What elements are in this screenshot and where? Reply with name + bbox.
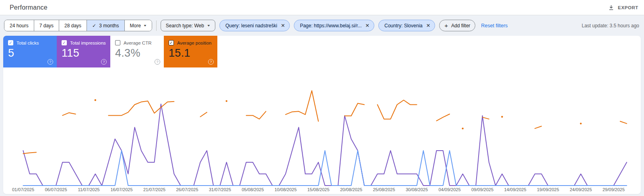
x-axis-tick-label: 31/07/2025 (209, 187, 231, 192)
x-axis-tick-label: 09/09/2025 (471, 187, 493, 192)
position-line (345, 103, 364, 116)
metric-label: Total clicks (17, 41, 39, 45)
metric-card-total-impressions[interactable]: ✓ Total impressions 115 ? (57, 36, 110, 67)
checkbox-unchecked-icon[interactable] (115, 40, 120, 45)
x-axis-tick-label: 15/08/2025 (307, 187, 329, 192)
x-axis-tick-label: 10/08/2025 (275, 187, 297, 192)
x-axis-tick-label: 14/09/2025 (504, 187, 526, 192)
position-line (436, 114, 450, 121)
range-24-hours-button[interactable]: 24 hours (4, 20, 34, 31)
x-axis-tick-label: 04/09/2025 (438, 187, 460, 192)
x-axis-tick-label: 11/07/2025 (78, 187, 99, 192)
range-label: 24 hours (10, 23, 29, 29)
position-line (378, 100, 417, 119)
metric-cards-row: ✓ Total clicks 5 ? ✓ Total impressions 1… (3, 36, 641, 67)
download-icon (608, 4, 614, 10)
filter-chip-country[interactable]: Country: Slovenia ✕ (378, 20, 435, 31)
page-title: Performance (10, 4, 47, 11)
more-label: More (130, 23, 141, 29)
x-axis-tick-label: 30/08/2025 (406, 187, 428, 192)
top-bar: Performance EXPORT (0, 0, 644, 15)
range-7-days-button[interactable]: 7 days (34, 20, 59, 31)
position-line (23, 152, 37, 153)
range-3-months-button[interactable]: ✓ 3 months (87, 20, 124, 31)
position-point (462, 128, 463, 129)
range-more-button[interactable]: More ▼ (124, 20, 152, 31)
close-icon[interactable]: ✕ (426, 22, 430, 29)
range-label: 28 days (64, 23, 81, 29)
help-icon[interactable]: ? (101, 59, 107, 65)
position-point (580, 122, 582, 124)
x-axis-tick-label: 24/09/2025 (570, 187, 592, 192)
x-axis-tick-label: 01/07/2025 (12, 187, 34, 192)
clicks-line (23, 151, 627, 186)
help-icon[interactable]: ? (208, 59, 214, 65)
position-line (620, 121, 627, 124)
date-range-control: 24 hours 7 days 28 days ✓ 3 months More … (4, 20, 152, 31)
help-icon[interactable]: ? (155, 59, 160, 65)
check-icon: ✓ (92, 23, 96, 29)
export-label: EXPORT (618, 5, 638, 10)
x-axis-tick-label: 19/09/2025 (537, 187, 559, 192)
checkbox-checked-icon[interactable]: ✓ (169, 40, 174, 45)
x-axis-tick-label: 21/07/2025 (143, 187, 165, 192)
metric-value: 115 (62, 47, 105, 59)
x-axis-tick-label: 20/08/2025 (340, 187, 362, 192)
x-axis-tick-label: 16/07/2025 (110, 187, 132, 192)
chevron-down-icon: ▼ (143, 24, 147, 27)
chevron-down-icon: ▼ (207, 24, 211, 27)
export-button[interactable]: EXPORT (608, 4, 638, 10)
add-filter-button[interactable]: + Add filter (439, 20, 475, 31)
position-point (226, 100, 227, 102)
metric-label: Average CTR (124, 41, 151, 45)
range-label: 3 months (99, 23, 119, 29)
last-update-text: Last update: 3.5 hours ago (582, 23, 640, 29)
x-axis-tick-label: 29/09/2025 (603, 187, 625, 192)
performance-panel: ✓ Total clicks 5 ? ✓ Total impressions 1… (3, 36, 641, 194)
close-icon[interactable]: ✕ (281, 22, 285, 29)
position-point (501, 116, 503, 118)
position-line (286, 91, 319, 121)
search-type-label: Search type: Web (166, 23, 204, 29)
checkbox-checked-icon[interactable]: ✓ (8, 40, 13, 45)
add-filter-label: Add filter (451, 23, 470, 29)
chart-canvas: 01/07/202506/07/202511/07/202516/07/2025… (3, 72, 641, 194)
help-icon[interactable]: ? (47, 59, 53, 65)
range-28-days-button[interactable]: 28 days (59, 20, 87, 31)
position-point (95, 99, 96, 101)
chip-label: Country: Slovenia (384, 23, 423, 29)
metric-value: 5 (8, 47, 52, 59)
checkbox-checked-icon[interactable]: ✓ (62, 40, 67, 45)
search-type-dropdown[interactable]: Search type: Web ▼ (161, 20, 215, 31)
metric-label: Total impressions (70, 41, 106, 45)
metric-value: 15.1 (169, 47, 213, 59)
metric-card-average-ctr[interactable]: Average CTR 4.3% ? (110, 36, 164, 67)
position-line (62, 113, 76, 116)
x-axis-tick-label: 26/07/2025 (176, 187, 198, 192)
x-axis-tick-label: 25/08/2025 (373, 187, 395, 192)
x-axis-tick-label: 05/08/2025 (242, 187, 264, 192)
vertical-divider (156, 20, 157, 31)
metric-card-total-clicks[interactable]: ✓ Total clicks 5 ? (3, 36, 57, 67)
position-line (108, 101, 174, 116)
position-line (483, 117, 489, 119)
close-icon[interactable]: ✕ (365, 22, 369, 29)
filter-chip-query[interactable]: Query: leseni nadstreški ✕ (219, 20, 290, 31)
reset-filters-link[interactable]: Reset filters (481, 23, 508, 29)
impressions-line (23, 104, 627, 186)
position-line (535, 126, 541, 129)
chip-label: Page: https://www.belaj.si/r... (300, 23, 361, 29)
metric-card-average-position[interactable]: ✓ Average position 15.1 ? (164, 36, 217, 67)
metric-label: Average position (177, 41, 211, 45)
range-label: 7 days (39, 23, 54, 29)
position-line (246, 111, 266, 119)
metric-value: 4.3% (115, 47, 159, 59)
position-line (200, 112, 207, 117)
plus-icon: + (444, 22, 448, 29)
filter-bar: 24 hours 7 days 28 days ✓ 3 months More … (0, 15, 644, 36)
x-axis-tick-label: 06/07/2025 (45, 187, 67, 192)
performance-chart: 01/07/202506/07/202511/07/202516/07/2025… (3, 72, 641, 194)
chip-label: Query: leseni nadstreški (225, 23, 277, 29)
filter-chip-page[interactable]: Page: https://www.belaj.si/r... ✕ (294, 20, 374, 31)
